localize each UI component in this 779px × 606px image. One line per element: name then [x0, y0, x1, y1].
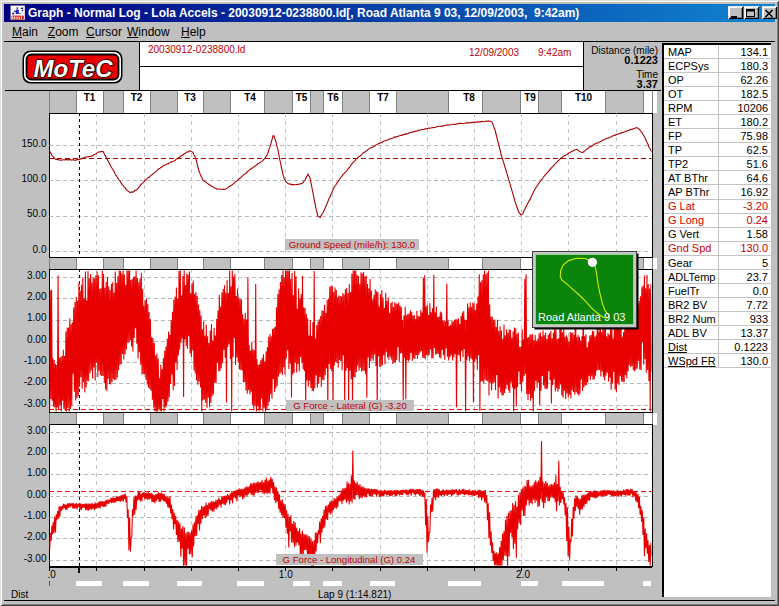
svg-text:-1.00: -1.00: [24, 510, 47, 521]
svg-text:100.0: 100.0: [21, 173, 46, 184]
svg-text:2.00: 2.00: [27, 291, 47, 302]
svg-text:T7: T7: [377, 92, 389, 103]
svg-text:G Force - Longitudinal (G) 0.2: G Force - Longitudinal (G) 0.24: [283, 554, 416, 565]
svg-text:MoTeC: MoTeC: [33, 55, 113, 82]
svg-text:150.0: 150.0: [21, 138, 46, 149]
svg-text:Road Atlanta 9 03: Road Atlanta 9 03: [538, 311, 625, 323]
svg-text:T3: T3: [184, 92, 196, 103]
svg-text:0.00: 0.00: [27, 334, 47, 345]
svg-text:-3.00: -3.00: [24, 398, 47, 409]
svg-text:T1: T1: [84, 92, 96, 103]
svg-text:T4: T4: [244, 92, 256, 103]
svg-text:G Force - Lateral (G) -3.20: G Force - Lateral (G) -3.20: [293, 400, 407, 411]
svg-text:Ground Speed (mile/h): 130.0: Ground Speed (mile/h): 130.0: [289, 239, 415, 250]
svg-text:-1.00: -1.00: [24, 355, 47, 366]
svg-text:1.00: 1.00: [27, 467, 47, 478]
svg-text:T6: T6: [327, 92, 339, 103]
svg-text:-2.00: -2.00: [24, 531, 47, 542]
svg-text:50.0: 50.0: [27, 208, 47, 219]
svg-text:T9: T9: [524, 92, 536, 103]
svg-text:0.0: 0.0: [33, 244, 47, 255]
svg-text:T8: T8: [463, 92, 475, 103]
svg-text:0.00: 0.00: [27, 489, 47, 500]
svg-text:-2.00: -2.00: [24, 376, 47, 387]
svg-text:T2: T2: [131, 92, 143, 103]
svg-text:.0: .0: [48, 569, 57, 580]
svg-text:T10: T10: [575, 92, 593, 103]
svg-text:2.0: 2.0: [516, 569, 530, 580]
svg-text:2.00: 2.00: [27, 446, 47, 457]
svg-text:-3.00: -3.00: [24, 553, 47, 564]
svg-text:3.00: 3.00: [27, 270, 47, 281]
svg-text:1.0: 1.0: [279, 569, 293, 580]
svg-text:3.00: 3.00: [27, 425, 47, 436]
svg-text:1.00: 1.00: [27, 312, 47, 323]
svg-text:T5: T5: [296, 92, 308, 103]
